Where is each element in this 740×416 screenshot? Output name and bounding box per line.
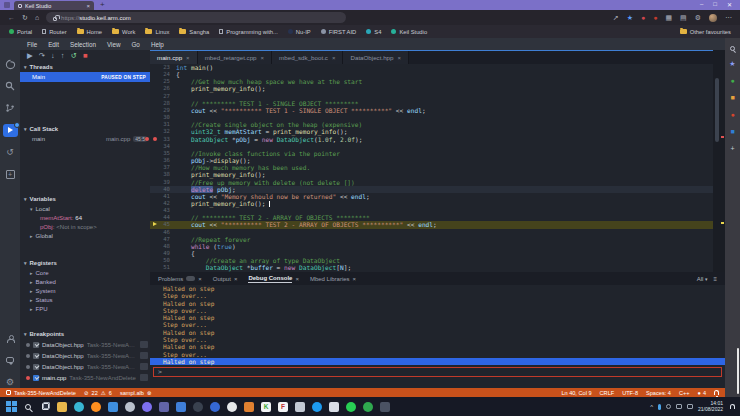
artifact-status[interactable]: sampl.alb ⊗ — [120, 390, 152, 396]
indentation-indicator[interactable]: Spaces: 4 — [646, 390, 671, 396]
gutter[interactable]: 28 — [150, 100, 176, 107]
console-line[interactable]: Halted on step — [150, 358, 725, 365]
gutter[interactable]: 31 — [150, 121, 176, 128]
project-status[interactable]: Task-355-NewAndDelete — [6, 390, 76, 396]
thunderbird-icon[interactable] — [141, 401, 153, 413]
stop-button[interactable]: ■ — [83, 51, 88, 61]
gutter[interactable]: 44 — [150, 214, 176, 221]
gutter[interactable]: 51 — [150, 264, 176, 271]
code-line[interactable]: 24 { — [150, 71, 713, 78]
bell-icon[interactable] — [714, 390, 719, 395]
url-bar[interactable]: https://studio.keil.arm.com — [46, 12, 346, 23]
edge-add-icon[interactable]: + — [730, 145, 734, 153]
gutter[interactable]: 39 — [150, 179, 176, 186]
more-menu-icon[interactable]: ⋯ — [725, 14, 732, 22]
code-line[interactable]: 39 //Free up memory with delete (not del… — [150, 179, 713, 186]
code-line[interactable]: 38 print_memory_info(); — [150, 171, 713, 178]
code-line[interactable]: 43 — [150, 207, 713, 214]
variables-header[interactable]: ▾Variables — [20, 194, 150, 204]
edge-favorites-icon[interactable]: ★ — [729, 60, 735, 68]
edge-games-icon[interactable]: ● — [730, 111, 734, 119]
gutter[interactable]: 23 — [150, 64, 176, 71]
gutter[interactable]: 25 — [150, 78, 176, 85]
variable-row[interactable]: pObj: <Not in scope> — [20, 222, 150, 231]
home-icon[interactable]: ⌂ — [35, 14, 39, 21]
restart-button[interactable]: ↺ — [71, 51, 77, 61]
problems-status[interactable]: ⊘22 ⚠6 — [84, 390, 112, 396]
code-line[interactable]: 42 print_memory_info(); — [150, 200, 713, 207]
panel-tab[interactable]: Problems × — [158, 276, 202, 282]
breakpoint-checkbox[interactable] — [33, 342, 39, 348]
bookmark-programming[interactable]: Programming with... — [219, 29, 278, 35]
breakpoint-dot[interactable] — [153, 137, 157, 141]
panel-tab[interactable]: Mbed Libraries × — [310, 276, 356, 282]
console-line[interactable]: Halted on step — [150, 285, 725, 292]
bookmark-nu-ip[interactable]: Nu-IP — [288, 29, 311, 35]
antenna-icon[interactable] — [379, 401, 391, 413]
code-line[interactable]: 48 while (true) — [150, 243, 713, 250]
console-line[interactable]: Step over... — [150, 292, 725, 299]
new-project-icon[interactable]: + — [0, 163, 20, 185]
account-icon[interactable] — [0, 327, 20, 349]
code-line[interactable]: 30 — [150, 114, 713, 121]
gutter[interactable]: 24 — [150, 71, 176, 78]
gutter[interactable]: 33 — [150, 136, 176, 143]
console-line[interactable]: Halted on step — [150, 300, 725, 307]
debug-console[interactable]: Halted on step Step over... Halted on st… — [150, 285, 725, 388]
code-line[interactable]: 41 cout << "Memory should now be returne… — [150, 193, 713, 200]
explorer-icon[interactable] — [56, 401, 68, 413]
edge-icon[interactable] — [73, 401, 85, 413]
code-line[interactable]: 44 // ********* TEST 2 - ARRAY OF OBJECT… — [150, 214, 713, 221]
extensions-icon[interactable]: ▦ — [665, 14, 672, 22]
files-icon[interactable] — [175, 401, 187, 413]
gutter[interactable]: 40 — [150, 186, 176, 193]
code-line[interactable]: 51 DataObject *buffer = new DataObject[N… — [150, 264, 713, 271]
history-icon[interactable]: ↺ — [0, 141, 20, 163]
threads-header[interactable]: ▾Threads — [20, 62, 150, 72]
register-group[interactable]: ▸Core — [20, 268, 150, 277]
close-button[interactable]: ✕ — [727, 1, 732, 8]
breakpoints-header[interactable]: ▾Breakpoints — [20, 329, 150, 339]
search-icon[interactable] — [0, 75, 20, 97]
tray-clock[interactable]: 14:01 21/08/2022 — [698, 401, 723, 412]
gutter[interactable]: 38 — [150, 171, 176, 178]
console-line[interactable]: Step over... — [150, 307, 725, 314]
code-line[interactable]: 27 — [150, 93, 713, 100]
dark-app-icon[interactable] — [192, 401, 204, 413]
gutter[interactable]: 47 — [150, 236, 176, 243]
scope-global[interactable]: ▸Global — [20, 231, 150, 240]
extension-alert-icon[interactable]: ● — [653, 14, 657, 21]
console-line[interactable]: Halted on step — [150, 314, 725, 321]
bookmark-sangha[interactable]: Sangha — [179, 29, 209, 35]
new-tab-button[interactable]: + — [100, 1, 105, 9]
gutter[interactable]: 32 — [150, 128, 176, 135]
breakpoint-row[interactable]: DataObject.hpp Task-355-NewAndDelete — [20, 350, 150, 361]
task-view-icon[interactable] — [39, 401, 51, 413]
bookmark-keil-studio[interactable]: Keil Studio — [391, 29, 427, 35]
source-control-icon[interactable] — [0, 97, 20, 119]
code-line[interactable]: 47 //Repeat forever — [150, 236, 713, 243]
registers-header[interactable]: ▾Registers — [20, 258, 150, 268]
keepass-icon[interactable] — [124, 401, 136, 413]
bookmark-portal[interactable]: Portal — [9, 29, 32, 35]
debug-console-input[interactable]: > — [153, 367, 722, 377]
tray-display-icon[interactable] — [676, 404, 682, 409]
taskbar-search-icon[interactable] — [22, 401, 34, 413]
code-line[interactable]: 45 cout << "********** TEST 2 - ARRAY OF… — [150, 221, 713, 228]
gutter[interactable]: 50 — [150, 257, 176, 264]
breakpoint-row[interactable]: DataObject.hpp Task-355-NewAndDelete — [20, 339, 150, 350]
maximize-button[interactable]: □ — [713, 1, 717, 8]
outlook-icon[interactable] — [107, 401, 119, 413]
gutter[interactable]: 26 — [150, 85, 176, 92]
other-favourites[interactable]: Other favourites — [680, 29, 731, 35]
encoding-indicator[interactable]: UTF-8 — [622, 390, 638, 396]
scrollbar-thumb[interactable] — [715, 78, 719, 142]
code-line[interactable]: 29 cout << "********** TEST 1 - SINGLE O… — [150, 107, 713, 114]
language-indicator[interactable]: C++ — [679, 390, 690, 396]
feedback-icon[interactable] — [0, 349, 20, 371]
tab-close-icon[interactable]: × — [332, 55, 336, 61]
refresh-icon[interactable]: ↻ — [22, 14, 28, 21]
step-out-button[interactable]: ↑ — [61, 51, 65, 61]
gutter[interactable]: 42 — [150, 200, 176, 207]
editor-tab[interactable]: main.cpp × — [150, 51, 198, 64]
